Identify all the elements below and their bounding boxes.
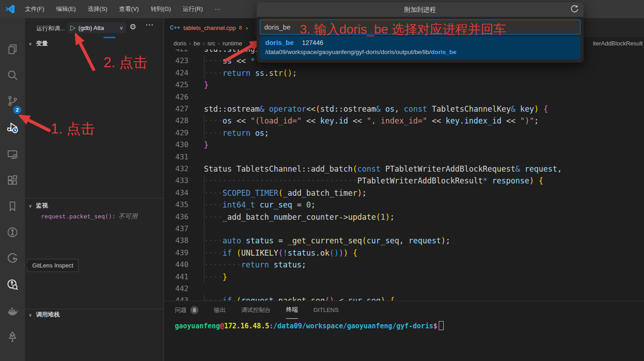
code-text: Status TabletsChannel::add_batch(const P… (204, 163, 562, 175)
breadcrumb-separator: › (203, 40, 205, 47)
breadcrumb-item-doris[interactable]: doris (173, 40, 186, 47)
code-line-437[interactable]: 437 (163, 223, 644, 235)
watch-expression-row[interactable]: request.packet_seq():不可用 (41, 213, 137, 221)
gear-icon[interactable]: ⚙ (129, 22, 136, 32)
debug-config-dropdown[interactable]: ▷ (gdb) Atta ∨ (68, 22, 126, 33)
code-line-442[interactable]: 442 (163, 283, 644, 295)
start-debug-button[interactable]: ▷ (70, 22, 76, 33)
code-line-427[interactable]: 427std::ostream& operator<<(std::ostream… (163, 103, 644, 115)
annotation-step2: 2. 点击 (104, 53, 147, 72)
section-divider (25, 198, 163, 198)
code-text: ····return os; (204, 127, 269, 139)
panel-tab-label: 输出 (214, 302, 226, 319)
code-line-438[interactable]: 438····auto status = _get_current_seq(cu… (163, 235, 644, 247)
code-text: ····return ss.str(); (204, 67, 297, 79)
code-line-430[interactable]: 430} (163, 139, 644, 151)
bookmarks-icon[interactable] (6, 200, 19, 213)
indent-guide (204, 55, 204, 79)
gitlens-icon[interactable] (6, 226, 19, 238)
process-list-item-selected[interactable]: doris_be 127446 /data09/workspace/gaoyua… (260, 36, 580, 59)
code-text: } (204, 139, 208, 151)
code-line-426[interactable]: 426 (163, 91, 644, 103)
breadcrumb-item-be[interactable]: be (193, 40, 200, 47)
process-pid: 127446 (302, 39, 323, 46)
panel-tab-2[interactable]: 调试控制台 (241, 302, 271, 319)
code-line-432[interactable]: 432Status TabletsChannel::add_batch(cons… (163, 163, 644, 175)
panel-tab-0[interactable]: 问题8 (175, 302, 198, 319)
code-line-443[interactable]: 443····if (request.packet_seq() < cur_se… (163, 295, 644, 301)
code-line-434[interactable]: 434····SCOPED_TIMER(_add_batch_timer); (163, 187, 644, 199)
terminal[interactable]: gaoyuanfeng@172.16.48.5:/data09/workspac… (175, 321, 444, 330)
gitlens-inspect-icon[interactable] (6, 278, 19, 291)
terminal-prompt-segment: gaoyuanfeng (175, 322, 220, 330)
panel-tab-1[interactable]: 输出 (214, 302, 226, 319)
breadcrumb-item-src[interactable]: src (208, 40, 215, 47)
code-line-441[interactable]: 441····} (163, 271, 644, 283)
docker-icon[interactable] (6, 305, 19, 317)
scm-badge: 2 (13, 106, 21, 114)
explorer-icon[interactable] (6, 43, 19, 55)
process-path: /data09/workspace/gaoyuanfeng/gyf-doris/… (265, 49, 575, 55)
menu-item-3[interactable]: 查看(V) (113, 0, 144, 18)
section-callstack[interactable]: ∨调用堆栈 (29, 311, 59, 319)
search-icon[interactable] (6, 69, 19, 81)
run-debug-icon[interactable] (6, 121, 19, 134)
indent-guide (204, 175, 204, 283)
code-line-433[interactable]: 433·································PTab… (163, 175, 644, 187)
code-text: ········return status; (204, 259, 306, 271)
code-line-431[interactable]: 431 (163, 151, 644, 163)
panel-tab-label: 调试控制台 (241, 302, 271, 319)
remote-explorer-icon[interactable] (6, 148, 19, 161)
extensions-icon[interactable] (6, 174, 19, 187)
test-tree-icon[interactable] (6, 331, 19, 343)
more-actions-icon[interactable]: ··· (146, 21, 154, 29)
code-line-436[interactable]: 436····_add_batch_number_counter->update… (163, 211, 644, 223)
menu-item-2[interactable]: 选择(S) (82, 0, 113, 18)
chevron-down-icon: ∨ (119, 25, 123, 31)
panel-tab-label: 终端 (286, 301, 298, 318)
annotation-step1: 1. 点击 (51, 119, 94, 138)
menu-item-6[interactable]: ··· (208, 0, 226, 18)
source-control-icon[interactable] (6, 95, 19, 107)
tooltip-notch (24, 262, 30, 268)
line-number: 425 (163, 79, 188, 91)
chevron-down-icon: ∨ (29, 312, 32, 317)
code-line-428[interactable]: 428····os << "(load_id=" << key.id << ",… (163, 115, 644, 127)
problems-badge: 8 (190, 306, 198, 314)
code-text: ····if (UNLIKELY(!status.ok())) { (204, 247, 357, 259)
code-line-440[interactable]: 440········return status; (163, 259, 644, 271)
code-editor[interactable]: 422std::stringstream ss;423····ss << *42… (163, 37, 644, 301)
menu-item-4[interactable]: 转到(G) (145, 0, 177, 18)
menu-item-5[interactable]: 运行(R) (177, 0, 208, 18)
code-line-424[interactable]: 424····return ss.str(); (163, 67, 644, 79)
terminal-cursor (439, 321, 444, 330)
code-line-425[interactable]: 425} (163, 79, 644, 91)
chevron-down-icon: ∨ (29, 203, 32, 208)
code-line-439[interactable]: 439····if (UNLIKELY(!status.ok())) { (163, 247, 644, 259)
menu-item-0[interactable]: 文件(F) (19, 0, 50, 18)
code-text: } (204, 79, 208, 91)
menu-item-1[interactable]: 编辑(E) (50, 0, 82, 18)
chevron-right-icon: › (246, 25, 248, 31)
code-line-429[interactable]: 429····return os; (163, 127, 644, 139)
commit-graph-icon[interactable] (6, 252, 19, 265)
line-number: 432 (163, 163, 188, 175)
dialog-title: 附加到进程 (404, 6, 436, 13)
panel-tab-4[interactable]: GITLENS (313, 302, 339, 319)
refresh-icon[interactable] (570, 5, 579, 14)
watch-value: 不可用 (118, 213, 137, 220)
code-text: ····if (request.packet_seq() < cur_seq) … (204, 295, 395, 301)
section-watch[interactable]: ∨监视 (29, 202, 48, 210)
line-number: 431 (163, 151, 188, 163)
breadcrumb-separator: › (218, 40, 220, 47)
section-variables[interactable]: ∨变量 (29, 40, 48, 48)
terminal-prompt-segment: $ (433, 322, 437, 330)
panel-tab-3[interactable]: 终端 (286, 302, 298, 319)
breadcrumb-item-runtime[interactable]: runtime (223, 40, 242, 47)
breadcrumb-separator: › (189, 40, 191, 47)
section-divider (25, 309, 163, 309)
code-line-435[interactable]: 435····int64_t cur_seq = 0; (163, 199, 644, 211)
tab-tablets-channel[interactable]: C++ tablets_channel.cpp 8 › (163, 18, 254, 37)
menu-bar: 文件(F)编辑(E)选择(S)查看(V)转到(G)运行(R)··· (19, 0, 226, 18)
line-number: 429 (163, 127, 188, 139)
